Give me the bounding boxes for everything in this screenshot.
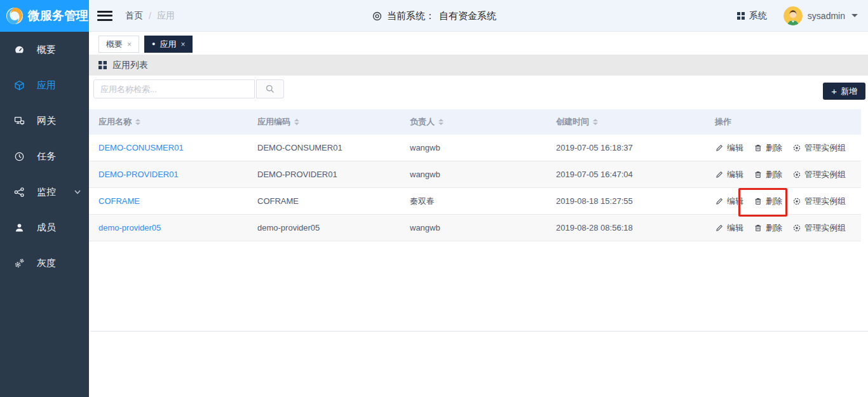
delete-button[interactable]: 删除 xyxy=(754,142,782,154)
system-menu[interactable]: 系统 xyxy=(737,10,767,22)
share-nodes-icon xyxy=(13,186,25,198)
trash-icon xyxy=(754,197,763,206)
manage-instances-button[interactable]: 管理实例组 xyxy=(792,169,846,180)
target-icon xyxy=(792,144,801,152)
app-code: demo-provider05 xyxy=(257,223,410,232)
sidebar-item-label: 任务 xyxy=(37,151,56,163)
tab-bar: 概要 × ● 应用 × xyxy=(89,32,868,55)
sidebar-item-label: 网关 xyxy=(37,115,56,127)
sidebar-item-label: 概要 xyxy=(37,44,56,56)
sort-control[interactable] xyxy=(135,119,140,125)
delete-button[interactable]: 删除 xyxy=(754,169,782,180)
section-title: 应用列表 xyxy=(112,60,148,71)
edit-button[interactable]: 编辑 xyxy=(715,196,743,207)
target-icon xyxy=(792,224,801,232)
pencil-icon xyxy=(715,224,724,232)
manage-instances-button[interactable]: 管理实例组 xyxy=(792,196,846,207)
menu-toggle-button[interactable] xyxy=(97,11,112,21)
sort-control[interactable] xyxy=(593,119,598,125)
tab-overview[interactable]: 概要 × xyxy=(98,36,139,53)
chevron-down-icon xyxy=(74,188,81,196)
edit-button[interactable]: 编辑 xyxy=(715,222,743,234)
logo-swirl-icon xyxy=(5,6,24,25)
breadcrumb: 首页 / 应用 xyxy=(125,10,175,22)
table-header-row: 应用名称 应用编码 负责人 创建时间 操作 xyxy=(89,109,861,135)
edit-button[interactable]: 编辑 xyxy=(715,169,743,180)
manage-instances-button[interactable]: 管理实例组 xyxy=(792,222,846,234)
sidebar-item-members[interactable]: 成员 xyxy=(0,210,89,245)
app-created-time: 2019-08-18 15:27:55 xyxy=(556,196,715,206)
app-owner: 秦双春 xyxy=(410,196,556,207)
content-divider xyxy=(90,331,868,332)
sidebar-item-label: 成员 xyxy=(37,222,56,234)
table-row: DEMO-CONUSMER01 DEMO-CONSUMER01 wangwb 2… xyxy=(89,135,861,161)
add-button[interactable]: + 新增 xyxy=(823,83,865,100)
topbar: 微服务管理 首页 / 应用 当前系统： 自有资金系统 xyxy=(0,0,868,32)
trash-icon xyxy=(754,144,763,152)
breadcrumb-separator: / xyxy=(149,11,151,21)
system-menu-label: 系统 xyxy=(749,10,767,22)
app-code: DEMO-PROVIDER01 xyxy=(257,170,410,179)
app-name-link[interactable]: COFRAME xyxy=(98,196,140,206)
app-created-time: 2019-07-05 16:18:37 xyxy=(556,143,715,152)
app-window: 微服务管理 首页 / 应用 当前系统： 自有资金系统 xyxy=(0,0,868,397)
sidebar-item-tasks[interactable]: 任务 xyxy=(0,138,89,174)
search-button[interactable] xyxy=(256,79,284,98)
sidebar-item-graylevel[interactable]: 灰度 xyxy=(0,245,89,281)
tab-label: 概要 xyxy=(106,39,123,50)
current-system-value: 自有资金系统 xyxy=(439,10,496,22)
main-content: 概要 × ● 应用 × 应用列表 xyxy=(89,32,868,397)
sidebar-item-monitoring[interactable]: 监控 xyxy=(0,174,89,210)
logo-text: 微服务管理 xyxy=(28,8,88,24)
manage-instances-button[interactable]: 管理实例组 xyxy=(792,142,846,154)
username: sysadmin xyxy=(808,11,845,21)
applications-table: 应用名称 应用编码 负责人 创建时间 操作 xyxy=(89,109,861,241)
sort-control[interactable] xyxy=(438,119,444,125)
search-input[interactable] xyxy=(93,79,255,98)
app-owner: wangwb xyxy=(410,170,556,179)
section-header: 应用列表 xyxy=(89,55,868,76)
table-row: DEMO-PROVIDER01 DEMO-PROVIDER01 wangwb 2… xyxy=(89,161,861,188)
pencil-icon xyxy=(715,144,724,152)
gateway-icon xyxy=(13,115,25,126)
dashboard-icon xyxy=(13,44,25,55)
user-menu[interactable]: sysadmin xyxy=(783,6,858,25)
app-name-link[interactable]: DEMO-CONUSMER01 xyxy=(98,143,184,152)
column-header-owner: 负责人 xyxy=(410,116,435,128)
column-header-code: 应用编码 xyxy=(257,116,290,128)
grid-icon xyxy=(98,61,107,69)
app-name-link[interactable]: demo-provider05 xyxy=(98,223,161,232)
app-logo[interactable]: 微服务管理 xyxy=(0,0,89,32)
sidebar-item-label: 应用 xyxy=(37,79,56,91)
app-name-link[interactable]: DEMO-PROVIDER01 xyxy=(98,170,179,179)
sort-control[interactable] xyxy=(294,119,299,125)
sidebar-item-overview[interactable]: 概要 xyxy=(0,32,89,67)
breadcrumb-home[interactable]: 首页 xyxy=(125,10,143,22)
target-icon xyxy=(792,170,801,179)
app-created-time: 2019-08-28 08:56:18 xyxy=(556,223,715,232)
avatar xyxy=(783,6,803,25)
gears-icon xyxy=(13,257,25,269)
toolbar: + 新增 xyxy=(89,76,868,109)
app-created-time: 2019-07-05 16:47:04 xyxy=(556,170,715,179)
sidebar-item-label: 灰度 xyxy=(37,257,56,269)
sidebar-item-applications[interactable]: 应用 xyxy=(0,67,89,103)
app-owner: wangwb xyxy=(410,223,556,232)
chevron-down-icon xyxy=(851,14,858,17)
app-code: COFRAME xyxy=(257,196,410,206)
close-icon[interactable]: × xyxy=(180,41,185,48)
trash-icon xyxy=(754,224,763,232)
pencil-icon xyxy=(715,197,724,206)
close-icon[interactable]: × xyxy=(127,41,132,48)
clock-icon xyxy=(13,151,25,162)
edit-button[interactable]: 编辑 xyxy=(715,142,743,154)
current-system-label: 当前系统： xyxy=(387,10,435,22)
pencil-icon xyxy=(715,170,724,179)
app-code: DEMO-CONSUMER01 xyxy=(257,143,410,152)
grid-icon xyxy=(737,12,745,20)
delete-button[interactable]: 删除 xyxy=(754,222,782,234)
sidebar-item-gateway[interactable]: 网关 xyxy=(0,103,89,138)
delete-button[interactable]: 删除 xyxy=(754,196,782,207)
tab-label: 应用 xyxy=(159,39,176,50)
tab-applications[interactable]: ● 应用 × xyxy=(144,36,193,53)
